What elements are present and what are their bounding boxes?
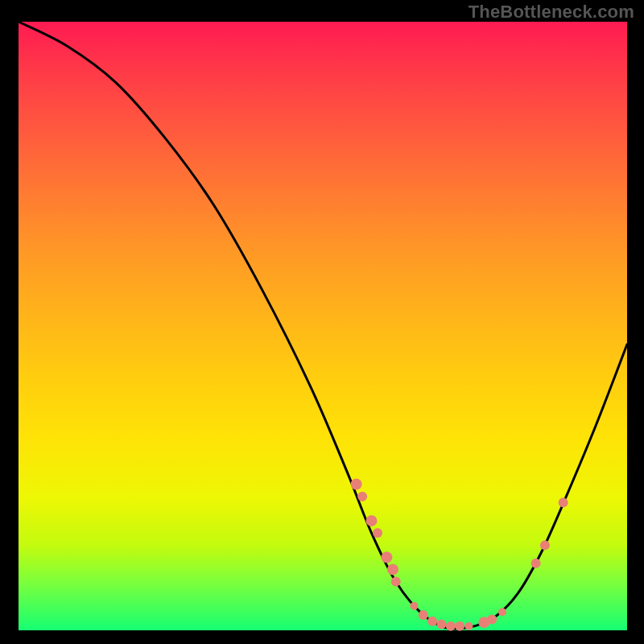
scatter-dot bbox=[381, 551, 392, 563]
scatter-dot bbox=[487, 614, 497, 624]
bottleneck-curve-plot bbox=[19, 22, 627, 630]
scatter-dot bbox=[436, 619, 446, 629]
bottleneck-curve bbox=[19, 22, 627, 629]
scatter-dots bbox=[351, 479, 568, 631]
scatter-dot bbox=[498, 608, 506, 616]
scatter-dot bbox=[455, 621, 464, 631]
scatter-dot bbox=[559, 497, 568, 507]
scatter-dot bbox=[391, 577, 401, 587]
scatter-dot bbox=[373, 528, 382, 538]
scatter-dot bbox=[410, 602, 418, 610]
scatter-dot bbox=[540, 540, 550, 550]
scatter-dot bbox=[365, 515, 377, 526]
attribution-label: TheBottleneck.com bbox=[469, 2, 634, 23]
scatter-dot bbox=[427, 617, 437, 626]
curve-svg bbox=[19, 22, 627, 630]
scatter-dot bbox=[464, 622, 473, 630]
scatter-dot bbox=[419, 610, 428, 620]
scatter-dot bbox=[357, 492, 367, 502]
scatter-dot bbox=[531, 559, 541, 568]
scatter-dot bbox=[351, 479, 362, 490]
scatter-dot bbox=[387, 564, 398, 575]
scatter-dot bbox=[446, 621, 456, 631]
